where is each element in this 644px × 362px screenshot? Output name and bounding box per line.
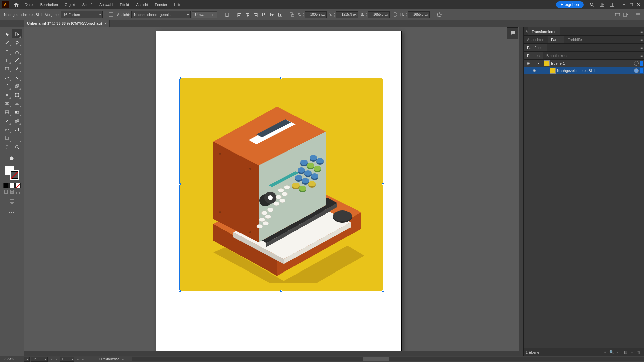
handle-tl[interactable]: [179, 77, 181, 79]
hand-tool[interactable]: [2, 143, 12, 152]
type-tool[interactable]: T: [2, 56, 12, 64]
trace-options-icon[interactable]: [223, 11, 231, 18]
close-window-icon[interactable]: [635, 1, 642, 8]
menu-schrift[interactable]: Schrift: [79, 0, 96, 9]
draw-behind-icon[interactable]: [9, 189, 15, 194]
minimize-icon[interactable]: [621, 1, 627, 8]
perspective-grid-tool[interactable]: [12, 99, 22, 108]
x-value[interactable]: 1005,9 px: [305, 11, 327, 18]
document-tab[interactable]: Unbenannt-1* @ 33,33 % (CMYK/Vorschau) ×: [24, 20, 110, 27]
new-sublayer-icon[interactable]: ◧: [622, 350, 629, 354]
gpu-preview-icon[interactable]: [614, 11, 621, 18]
close-tab-icon[interactable]: ×: [105, 21, 107, 25]
link-wh-icon[interactable]: [391, 11, 399, 18]
color-mode-solid[interactable]: [3, 183, 9, 188]
layer-row[interactable]: ◉ ▾ Ebene 1: [524, 60, 644, 67]
artboard-number[interactable]: 1: [60, 357, 74, 362]
symbol-sprayer-tool[interactable]: [2, 125, 12, 134]
handle-tm[interactable]: [280, 77, 282, 79]
layer-row[interactable]: ◉ Nachgezeichnetes Bild: [524, 67, 644, 74]
artboard-tool[interactable]: [2, 134, 12, 143]
width-tool[interactable]: [2, 90, 12, 99]
tab-transform[interactable]: Transformieren: [528, 27, 560, 35]
toggle-fill-stroke[interactable]: [8, 154, 16, 162]
lasso-tool[interactable]: [12, 38, 22, 47]
rotate-tool[interactable]: [2, 82, 12, 90]
rotate-view-select[interactable]: 0°: [31, 357, 48, 362]
align-bottom-icon[interactable]: [276, 11, 283, 18]
eyedropper-tool[interactable]: [2, 117, 12, 125]
tab-colorguide[interactable]: Farbhilfe: [564, 36, 585, 43]
tab-pathfinder[interactable]: Pathfinder: [524, 44, 547, 51]
selection-tool[interactable]: [2, 29, 12, 38]
selection-indicator[interactable]: [640, 68, 643, 73]
layer-name[interactable]: Nachgezeichnetes Bild: [557, 69, 633, 73]
isolate-icon[interactable]: [436, 11, 443, 18]
y-value[interactable]: 1215,9 px: [336, 11, 358, 18]
w-value[interactable]: 1655,8 px: [368, 11, 390, 18]
align-vcenter-icon[interactable]: [268, 11, 275, 18]
visibility-toggle-icon[interactable]: ◉: [525, 61, 532, 65]
hscroll-track[interactable]: [132, 357, 644, 361]
delete-layer-icon[interactable]: 🗑: [635, 350, 642, 354]
preset-select[interactable]: 16 Farben: [61, 11, 103, 18]
control-menu-icon[interactable]: [634, 11, 642, 18]
menu-objekt[interactable]: Objekt: [61, 0, 79, 9]
color-mode-gradient[interactable]: [9, 183, 15, 188]
expand-button[interactable]: Umwandeln: [192, 11, 217, 18]
panel-menu-icon[interactable]: ≡: [640, 37, 643, 42]
shape-builder-tool[interactable]: [2, 99, 12, 108]
tab-layers[interactable]: Ebenen: [524, 52, 543, 59]
align-right-icon[interactable]: [252, 11, 259, 18]
line-tool[interactable]: [12, 56, 22, 64]
hscroll-thumb[interactable]: [363, 357, 389, 361]
new-layer-icon[interactable]: ＋: [629, 350, 635, 355]
handle-bl[interactable]: [179, 290, 181, 292]
last-artboard-icon[interactable]: ▸|: [80, 357, 86, 361]
panel-menu-icon[interactable]: ≡: [640, 45, 643, 50]
layer-name[interactable]: Ebene 1: [551, 61, 633, 65]
handle-bm[interactable]: [280, 290, 282, 292]
handle-tr[interactable]: [382, 77, 384, 79]
arrange-documents-icon[interactable]: [598, 0, 606, 9]
search-icon[interactable]: [588, 0, 596, 9]
canvas-viewport[interactable]: [24, 27, 523, 356]
doc-setup-icon[interactable]: [622, 11, 629, 18]
transform-panel-icon[interactable]: [288, 11, 296, 18]
handle-br[interactable]: [382, 290, 384, 292]
blend-tool[interactable]: [12, 117, 22, 125]
target-icon[interactable]: [634, 68, 639, 73]
menu-bearbeiten[interactable]: Bearbeiten: [37, 0, 61, 9]
target-icon[interactable]: [634, 61, 639, 66]
status-menu-icon[interactable]: ▸: [120, 357, 126, 361]
h-value[interactable]: 1655,8 px: [408, 11, 430, 18]
color-mode-none[interactable]: [15, 183, 21, 188]
direct-selection-tool[interactable]: [12, 29, 22, 38]
screen-mode-icon[interactable]: [7, 197, 17, 206]
pen-tool[interactable]: [2, 47, 12, 56]
shaper-tool[interactable]: [2, 73, 12, 82]
maximize-icon[interactable]: [628, 1, 635, 8]
paintbrush-tool[interactable]: [12, 64, 22, 73]
slice-tool[interactable]: [12, 134, 22, 143]
handle-ml[interactable]: [179, 183, 181, 185]
selection-indicator[interactable]: [640, 61, 643, 66]
zoom-dropdown[interactable]: [24, 357, 30, 362]
zoom-tool[interactable]: [12, 143, 22, 152]
collapsed-comments-panel[interactable]: [507, 27, 518, 39]
chain-icon[interactable]: ⎘: [526, 29, 528, 33]
first-artboard-icon[interactable]: |◂: [48, 357, 54, 361]
workspace-switcher-icon[interactable]: [608, 0, 616, 9]
search-layer-icon[interactable]: 🔍: [608, 350, 615, 354]
menu-fenster[interactable]: Fenster: [151, 0, 170, 9]
zoom-value[interactable]: 33,33%: [0, 357, 23, 361]
prev-artboard-icon[interactable]: ◂: [54, 357, 59, 361]
align-top-icon[interactable]: [260, 11, 267, 18]
edit-toolbar-icon[interactable]: •••: [9, 210, 15, 214]
draw-normal-icon[interactable]: [3, 189, 9, 194]
visibility-toggle-icon[interactable]: ◉: [531, 68, 538, 73]
menu-effekt[interactable]: Effekt: [116, 0, 132, 9]
expand-layer-icon[interactable]: ▾: [538, 62, 542, 65]
handle-mr[interactable]: [382, 183, 384, 185]
rectangle-tool[interactable]: [2, 64, 12, 73]
